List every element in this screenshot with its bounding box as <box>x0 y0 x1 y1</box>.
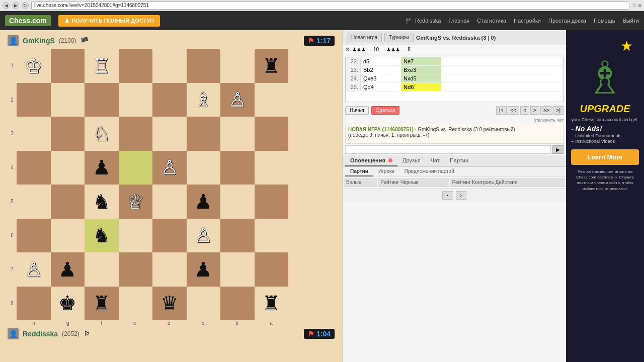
browser-star-icon[interactable]: ☆ <box>632 2 637 9</box>
tab-chat[interactable]: Чат <box>426 155 445 166</box>
move-23-black[interactable]: Bxe3 <box>401 66 441 74</box>
square-b2[interactable]: ♟ <box>51 252 85 287</box>
square-c8[interactable]: ♖ <box>85 49 119 83</box>
browser-menu-icon[interactable]: ≡ <box>638 2 641 9</box>
square-a6[interactable] <box>17 117 51 151</box>
nav-simple-board[interactable]: Простая доска <box>548 18 586 24</box>
square-e1[interactable]: ♛ <box>152 287 187 321</box>
draw-button[interactable]: Ничья <box>345 106 369 115</box>
square-h7[interactable] <box>255 83 289 117</box>
player-top-name[interactable]: GmKingS <box>23 37 55 45</box>
square-e7[interactable] <box>152 83 187 117</box>
nav-stats[interactable]: Статистика <box>477 18 506 24</box>
square-g6[interactable] <box>220 117 255 151</box>
square-h6[interactable] <box>255 117 289 151</box>
move-24-white[interactable]: Qxe3 <box>361 74 401 82</box>
sub-tab-offers[interactable]: Предложения партий <box>399 167 459 176</box>
square-b6[interactable] <box>51 117 85 151</box>
move-25-white[interactable]: Qd4 <box>361 83 401 91</box>
new-game-button[interactable]: Новая игра <box>347 33 382 42</box>
square-a7[interactable] <box>17 83 51 117</box>
move-23-white[interactable]: Bb2 <box>361 66 401 74</box>
chat-input[interactable] <box>345 145 551 154</box>
square-a1[interactable] <box>17 287 51 321</box>
square-g7[interactable]: ♙ <box>220 83 255 117</box>
username[interactable]: Reddisska <box>415 18 441 24</box>
chess-logo[interactable]: Chess.com <box>5 15 51 26</box>
square-h2[interactable] <box>255 252 289 287</box>
square-h5[interactable] <box>255 151 289 185</box>
square-a5[interactable] <box>17 151 51 185</box>
square-g4[interactable] <box>220 185 255 219</box>
square-e2[interactable] <box>152 252 187 287</box>
nav-help[interactable]: Помощь <box>594 18 615 24</box>
square-c1[interactable]: ♜ <box>85 287 119 321</box>
square-d4[interactable]: ♕ <box>119 185 153 219</box>
nav-last-button[interactable]: >| <box>553 106 564 115</box>
square-g3[interactable] <box>220 219 255 253</box>
square-d8[interactable] <box>119 49 153 83</box>
bottom-nav-next[interactable]: › <box>456 191 466 200</box>
square-g1[interactable] <box>220 287 255 321</box>
square-d7[interactable] <box>119 83 153 117</box>
tab-notifications[interactable]: Оповещения <box>345 155 397 166</box>
square-d6[interactable] <box>119 117 153 151</box>
square-e8[interactable] <box>152 49 187 83</box>
square-h8[interactable]: ♜ <box>255 49 289 83</box>
move-24-black[interactable]: Nxd5 <box>401 74 441 82</box>
square-g8[interactable] <box>220 49 255 83</box>
square-h1[interactable]: ♜ <box>255 287 289 321</box>
square-c6[interactable]: ♘ <box>85 117 119 151</box>
square-e5[interactable]: ♙ <box>152 151 187 185</box>
move-25-black-current[interactable]: Nd6 <box>401 83 441 91</box>
nav-next-button[interactable]: > <box>530 106 539 115</box>
back-button[interactable]: ◀ <box>3 2 10 9</box>
square-e6[interactable] <box>152 117 187 151</box>
square-c4[interactable]: ♞ <box>85 185 119 219</box>
move-22-black[interactable]: Ne7 <box>401 57 441 65</box>
resign-button[interactable]: Сдаться <box>371 106 400 115</box>
tournaments-button[interactable]: Турниры <box>384 33 414 42</box>
forward-button[interactable]: ▶ <box>12 2 19 9</box>
nav-next-next-button[interactable]: >> <box>540 106 552 115</box>
move-22-white[interactable]: d5 <box>361 57 401 65</box>
square-d2[interactable] <box>119 252 153 287</box>
square-f1[interactable] <box>187 287 221 321</box>
square-a4[interactable] <box>17 185 51 219</box>
nav-settings[interactable]: Настройки <box>514 18 541 24</box>
square-b1[interactable]: ♚ <box>51 287 85 321</box>
bottom-nav-prev[interactable]: ‹ <box>442 191 453 200</box>
square-b7[interactable] <box>51 83 85 117</box>
square-a8[interactable]: ♔ <box>17 49 51 83</box>
player-bottom-name[interactable]: Reddisska <box>23 330 58 338</box>
square-e3[interactable] <box>152 219 187 253</box>
square-b3[interactable] <box>51 219 85 253</box>
learn-more-button[interactable]: Learn More <box>571 149 639 165</box>
nav-prev-button[interactable]: < <box>520 106 529 115</box>
square-c2[interactable] <box>85 252 119 287</box>
chat-toggle[interactable]: отключить чат <box>345 118 564 123</box>
square-c3[interactable]: ♞ <box>85 219 119 253</box>
sub-tab-players[interactable]: Игроки <box>373 167 399 176</box>
square-c5[interactable]: ♟ <box>85 151 119 185</box>
refresh-button[interactable]: ↻ <box>22 2 29 9</box>
nav-logout[interactable]: Выйти <box>622 18 639 24</box>
square-g2[interactable] <box>220 252 255 287</box>
upgrade-button[interactable]: ПОЛУЧИТЬ ПОЛНЫЙ ДОСТУП <box>58 15 160 27</box>
nav-prev-prev-button[interactable]: << <box>508 106 520 115</box>
square-f3[interactable]: ♙ <box>187 219 221 253</box>
nav-first-button[interactable]: |< <box>496 106 506 115</box>
square-b5[interactable] <box>51 151 85 185</box>
square-d1[interactable] <box>119 287 153 321</box>
square-c7[interactable] <box>85 83 119 117</box>
square-h3[interactable] <box>255 219 289 253</box>
square-f4[interactable]: ♟ <box>187 185 221 219</box>
square-f5[interactable] <box>187 151 221 185</box>
square-a3[interactable] <box>17 219 51 253</box>
url-bar[interactable]: live.chess.com/live#v=2015042801#g=11468… <box>31 2 629 10</box>
square-g5[interactable] <box>220 151 255 185</box>
square-d5[interactable] <box>119 151 153 185</box>
sub-tab-games[interactable]: Партии <box>345 167 373 176</box>
nav-home[interactable]: Главная <box>448 18 469 24</box>
square-b8[interactable] <box>51 49 85 83</box>
